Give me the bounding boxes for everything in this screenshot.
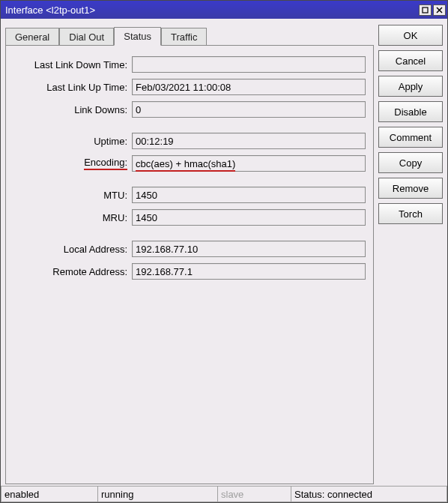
mru-value: 1450: [132, 209, 366, 226]
minimize-icon: [422, 7, 429, 13]
encoding-label: Encoding:: [10, 157, 132, 170]
torch-button[interactable]: Torch: [378, 203, 443, 224]
remove-button[interactable]: Remove: [378, 178, 443, 199]
tab-strip: General Dial Out Status Traffic: [5, 26, 374, 45]
status-running: running: [98, 486, 218, 502]
apply-button[interactable]: Apply: [378, 76, 443, 97]
last-link-down-time-label: Last Link Down Time:: [10, 59, 132, 70]
remote-address-label: Remote Address:: [10, 266, 132, 277]
local-address-value: 192.168.77.10: [132, 241, 366, 257]
local-address-label: Local Address:: [10, 244, 132, 255]
link-downs-value: 0: [132, 101, 366, 118]
last-link-up-time-label: Last Link Up Time:: [10, 82, 132, 93]
minimize-button[interactable]: [419, 4, 432, 16]
close-icon: [436, 7, 443, 13]
mru-label: MRU:: [10, 212, 132, 223]
mtu-label: MTU:: [10, 190, 132, 201]
comment-button[interactable]: Comment: [378, 127, 443, 148]
cancel-button[interactable]: Cancel: [378, 50, 443, 71]
copy-button[interactable]: Copy: [378, 152, 443, 173]
link-downs-label: Link Downs:: [10, 104, 132, 115]
remote-address-value: 192.168.77.1: [132, 263, 366, 280]
status-pane: Last Link Down Time: Last Link Up Time: …: [5, 45, 374, 484]
last-link-down-time-value: [132, 56, 366, 73]
titlebar: Interface <l2tp-out1>: [1, 1, 447, 19]
svg-rect-0: [423, 7, 428, 13]
interface-dialog: Interface <l2tp-out1> General Dial Out S…: [0, 0, 448, 503]
tab-traffic[interactable]: Traffic: [161, 28, 207, 46]
status-bar: enabled running slave Status: connected: [1, 486, 447, 502]
last-link-up-time-value: Feb/03/2021 11:00:08: [132, 79, 366, 95]
close-button[interactable]: [433, 4, 446, 16]
uptime-label: Uptime:: [10, 136, 132, 147]
ok-button[interactable]: OK: [378, 25, 443, 46]
window-controls: [417, 4, 446, 16]
status-connected: Status: connected: [291, 486, 447, 502]
uptime-value: 00:12:19: [132, 133, 366, 149]
window-title: Interface <l2tp-out1>: [5, 4, 417, 16]
status-slave: slave: [218, 486, 291, 502]
tab-dialout[interactable]: Dial Out: [59, 28, 114, 46]
encoding-value: cbc(aes) + hmac(sha1): [132, 155, 366, 172]
disable-button[interactable]: Disable: [378, 101, 443, 122]
button-column: OK Cancel Apply Disable Comment Copy Rem…: [378, 25, 443, 484]
tab-general[interactable]: General: [5, 28, 59, 46]
tab-status[interactable]: Status: [114, 27, 161, 46]
mtu-value: 1450: [132, 187, 366, 203]
status-enabled: enabled: [1, 486, 98, 502]
